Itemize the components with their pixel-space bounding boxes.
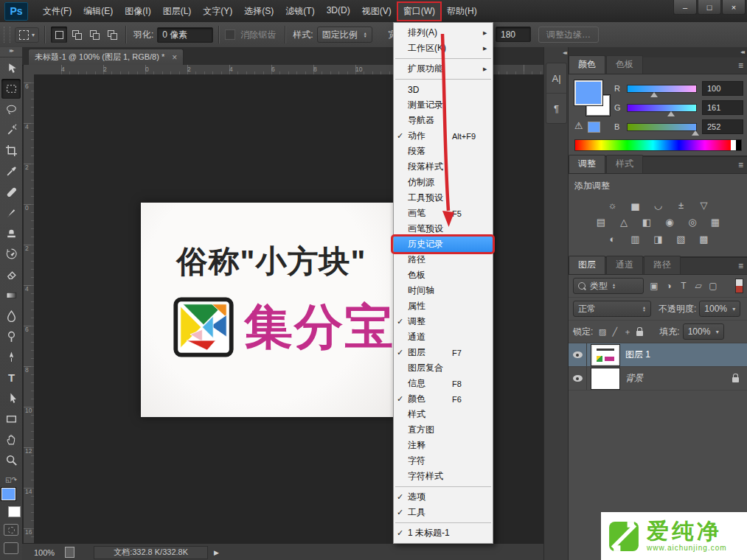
minimize-button[interactable]: – (673, 0, 697, 15)
menu-item-排列(A)[interactable]: 排列(A)▶ (394, 25, 493, 41)
intersect-with-selection-button[interactable] (104, 27, 120, 43)
brush-tool[interactable] (1, 203, 21, 223)
lasso-tool[interactable] (1, 99, 21, 119)
layers-tab-图层[interactable]: 图层 (569, 256, 605, 274)
hue-saturation-icon[interactable]: ▤ (592, 214, 610, 229)
channel-value-G[interactable]: 161 (702, 100, 743, 115)
menu-item-历史记录[interactable]: 历史记录 (394, 237, 493, 252)
spectrum-rainbow[interactable] (575, 140, 731, 150)
menubar-item-视图(V)[interactable]: 视图(V) (356, 2, 397, 21)
visibility-toggle[interactable] (569, 367, 587, 390)
feather-input[interactable]: 0 像素 (157, 27, 213, 43)
menubar-item-编辑(E)[interactable]: 编辑(E) (77, 2, 119, 21)
lock-image-pixels-icon[interactable]: ╱ (608, 326, 621, 337)
filter-type-layers-icon[interactable]: T (676, 279, 691, 293)
crop-tool[interactable] (1, 141, 21, 161)
exposure-icon[interactable]: ± (673, 197, 690, 212)
slider-thumb[interactable] (692, 130, 699, 136)
blend-mode-select[interactable]: 正常 ▲▼ (573, 301, 651, 317)
eraser-tool[interactable] (1, 265, 21, 284)
options-bar-grip[interactable] (4, 27, 10, 43)
channel-mixer-icon[interactable]: ◎ (684, 214, 701, 229)
layer-filter-select[interactable]: 类型 ▲▼ (573, 278, 644, 294)
filter-shape-layers-icon[interactable]: ▱ (691, 279, 706, 293)
type-tool[interactable]: T (1, 368, 21, 388)
menu-item-段落[interactable]: 段落 (394, 144, 493, 159)
curves-icon[interactable]: ◡ (650, 197, 667, 212)
panel-menu-icon[interactable]: ≡ (738, 261, 743, 271)
menu-item-通道[interactable]: 通道 (394, 329, 493, 345)
document-image[interactable]: 俗称"小方块" 集分宝 (141, 203, 402, 417)
maximize-button[interactable]: □ (698, 0, 721, 15)
menu-item-样式[interactable]: 样式 (394, 407, 493, 422)
history-brush-tool[interactable] (1, 244, 21, 264)
menu-item-色板[interactable]: 色板 (394, 267, 493, 283)
panel-menu-icon[interactable]: ≡ (738, 60, 743, 71)
menu-item-直方图[interactable]: 直方图 (394, 422, 493, 438)
layer-thumbnail[interactable] (591, 368, 619, 389)
filter-switch[interactable] (735, 279, 743, 293)
menubar-item-滤镜(T)[interactable]: 滤镜(T) (279, 2, 320, 21)
menu-item-图层复合[interactable]: 图层复合 (394, 360, 493, 376)
menu-item-段落样式[interactable]: 段落样式 (394, 159, 493, 175)
slider-thumb[interactable] (667, 111, 675, 116)
selective-color-icon[interactable]: ▧ (673, 231, 690, 246)
dodge-tool[interactable] (1, 326, 21, 346)
spectrum-white-cell[interactable] (731, 140, 736, 150)
close-button[interactable]: × (722, 0, 746, 15)
menu-item-工作区(K)[interactable]: 工作区(K)▶ (394, 41, 493, 56)
menubar-item-3D(D)[interactable]: 3D(D) (321, 2, 356, 21)
healing-brush-tool[interactable] (1, 182, 21, 202)
color-spectrum-bar[interactable] (574, 139, 742, 151)
gradient-map-icon[interactable]: ▩ (695, 231, 713, 246)
document-tab[interactable]: 未标题-1 @ 100% (图层 1, RGB/8) * × (28, 49, 184, 65)
layer-thumbnail[interactable] (591, 345, 619, 365)
menu-item-1 未标题-1[interactable]: ✓1 未标题-1 (394, 525, 493, 541)
character-panel-icon[interactable]: A| (546, 63, 566, 93)
menu-item-仿制源[interactable]: 仿制源 (394, 175, 493, 190)
slider-thumb[interactable] (650, 92, 658, 97)
magic-wand-tool[interactable] (1, 120, 21, 140)
quick-mask-button[interactable] (4, 524, 18, 536)
color-slider-track[interactable] (627, 123, 697, 131)
foreground-color-swatch[interactable] (574, 80, 602, 105)
channel-value-R[interactable]: 100 (702, 81, 743, 96)
visibility-toggle[interactable] (569, 343, 587, 366)
zoom-tool[interactable] (1, 450, 21, 470)
menu-item-字符样式[interactable]: 字符样式 (394, 469, 493, 484)
document-size-info[interactable]: 文档:332.8 K/332.8K (94, 546, 208, 559)
swap-colors-icon[interactable]: ◱↷ (1, 476, 21, 483)
dock-collapse-icon[interactable]: ◂◂ (544, 47, 569, 58)
width-input[interactable]: 180 (496, 27, 531, 42)
path-selection-tool[interactable] (1, 388, 21, 408)
layer-row-图层 1[interactable]: 图层 1 (569, 343, 747, 367)
menu-item-选项[interactable]: ✓选项 (394, 489, 493, 505)
menu-item-时间轴[interactable]: 时间轴 (394, 283, 493, 298)
shape-tool[interactable] (1, 409, 21, 429)
zoom-level[interactable]: 100% (34, 548, 55, 557)
panel-menu-icon[interactable]: ≡ (738, 160, 743, 170)
menubar-item-图像(I)[interactable]: 图像(I) (119, 2, 156, 21)
gamut-color-swatch[interactable] (588, 122, 600, 133)
menu-item-工具[interactable]: ✓工具 (394, 505, 493, 520)
marquee-tool[interactable] (1, 79, 21, 99)
filter-smart-objects-icon[interactable]: ▢ (706, 279, 720, 293)
add-to-selection-button[interactable] (69, 27, 85, 43)
color-balance-icon[interactable]: △ (615, 214, 633, 229)
clone-stamp-tool[interactable] (1, 223, 21, 243)
photo-filter-icon[interactable]: ◉ (661, 214, 678, 229)
lock-position-icon[interactable]: ＋ (621, 326, 633, 337)
pen-tool[interactable] (1, 347, 21, 367)
channel-value-B[interactable]: 252 (702, 119, 743, 134)
eyedropper-tool[interactable] (1, 161, 21, 181)
background-color-swatch[interactable] (8, 506, 21, 517)
menu-item-测量记录[interactable]: 测量记录 (394, 97, 493, 113)
spectrum-black-cell[interactable] (736, 140, 741, 150)
antialias-checkbox[interactable] (225, 29, 235, 40)
gradient-tool[interactable] (1, 285, 21, 305)
menubar-item-文字(Y)[interactable]: 文字(Y) (197, 2, 238, 21)
filter-pixel-layers-icon[interactable]: ▣ (647, 279, 661, 293)
menubar-item-图层(L)[interactable]: 图层(L) (157, 2, 198, 21)
menu-item-扩展功能[interactable]: 扩展功能▶ (394, 61, 493, 77)
subtract-from-selection-button[interactable] (86, 27, 103, 43)
